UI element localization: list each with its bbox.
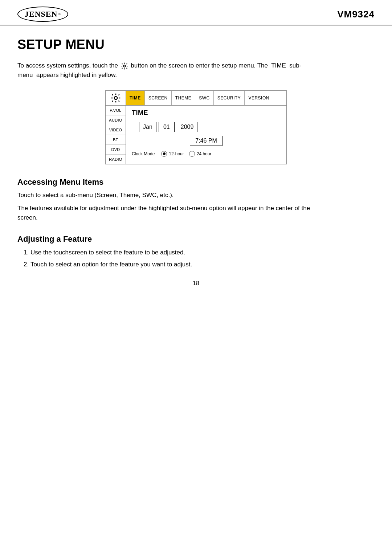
nav-tab-version[interactable]: VERSION — [245, 91, 273, 105]
radio-24hour-circle[interactable] — [189, 151, 195, 157]
logo-tm: ® — [58, 12, 61, 16]
clock-mode-label: Clock Mode — [132, 151, 155, 156]
adjusting-feature-heading: Adjusting a Feature — [17, 234, 375, 244]
brand-logo: JENSEN® — [17, 7, 68, 22]
svg-point-0 — [123, 65, 126, 67]
nav-tab-time[interactable]: TIME — [126, 91, 145, 105]
gear-icon-inline — [121, 62, 128, 70]
radio-12hour[interactable]: 12-hour — [161, 151, 184, 157]
sidebar-item-bt[interactable]: BT — [106, 135, 126, 145]
logo: JENSEN® — [17, 7, 68, 22]
page-title: SETUP MENU — [17, 37, 375, 52]
list-item-2: Touch to select an option for the featur… — [30, 259, 343, 270]
time-row: 7:46 PM — [132, 136, 281, 146]
sidebar-item-video[interactable]: VIDEO — [106, 125, 126, 135]
svg-point-1 — [114, 97, 117, 99]
radio-24hour-label: 24 hour — [197, 151, 212, 156]
ui-content-area: TIME Jan 01 2009 7:46 PM Clock Mode 12 — [126, 106, 286, 164]
nav-tab-security[interactable]: SECURITY — [214, 91, 245, 105]
day-field[interactable]: 01 — [159, 122, 175, 132]
list-item-1: Use the touchscreen to select the featur… — [30, 248, 343, 258]
accessing-menu-para1: Touch to select a sub-menu (Screen, Them… — [17, 191, 330, 200]
gear-cell — [106, 91, 126, 105]
page-content: SETUP MENU To access system settings, to… — [0, 25, 392, 310]
ui-topbar: TIME SCREEN THEME SWC SECURITY VERSION — [106, 91, 286, 106]
ui-nav-tabs: TIME SCREEN THEME SWC SECURITY VERSION — [126, 91, 286, 105]
sidebar-item-pvol[interactable]: P.VOL — [106, 106, 126, 115]
sidebar-item-radio[interactable]: RADIO — [106, 155, 126, 164]
time-field[interactable]: 7:46 PM — [190, 136, 222, 146]
adjusting-feature-list: Use the touchscreen to select the featur… — [30, 248, 343, 270]
page-number: 18 — [17, 271, 375, 293]
date-row: Jan 01 2009 — [139, 122, 281, 132]
ui-sidebar: P.VOL AUDIO VIDEO BT DVD RADIO — [106, 106, 126, 164]
nav-tab-screen[interactable]: SCREEN — [145, 91, 172, 105]
year-field[interactable]: 2009 — [177, 122, 198, 132]
accessing-menu-para2: The features available for adjustment un… — [17, 204, 330, 223]
sidebar-item-audio[interactable]: AUDIO — [106, 115, 126, 125]
radio-24hour[interactable]: 24 hour — [189, 151, 212, 157]
radio-12hour-circle[interactable] — [161, 151, 167, 157]
month-field[interactable]: Jan — [139, 122, 156, 132]
clock-mode-row: Clock Mode 12-hour 24 hour — [132, 151, 281, 157]
sidebar-item-dvd[interactable]: DVD — [106, 145, 126, 155]
page-header: JENSEN® VM9324 — [0, 0, 392, 25]
nav-tab-theme[interactable]: THEME — [172, 91, 196, 105]
nav-tab-swc[interactable]: SWC — [195, 91, 214, 105]
ui-section-title: TIME — [132, 109, 281, 117]
gear-icon — [111, 93, 121, 103]
ui-main: P.VOL AUDIO VIDEO BT DVD RADIO TIME Jan … — [106, 106, 286, 164]
accessing-menu-heading: Accessing Menu Items — [17, 177, 375, 187]
model-number: VM9324 — [337, 9, 375, 20]
ui-diagram: TIME SCREEN THEME SWC SECURITY VERSION P… — [105, 90, 287, 164]
intro-paragraph: To access system settings, touch the but… — [17, 61, 315, 80]
radio-12hour-label: 12-hour — [169, 151, 184, 156]
logo-text: JENSEN — [25, 9, 57, 19]
